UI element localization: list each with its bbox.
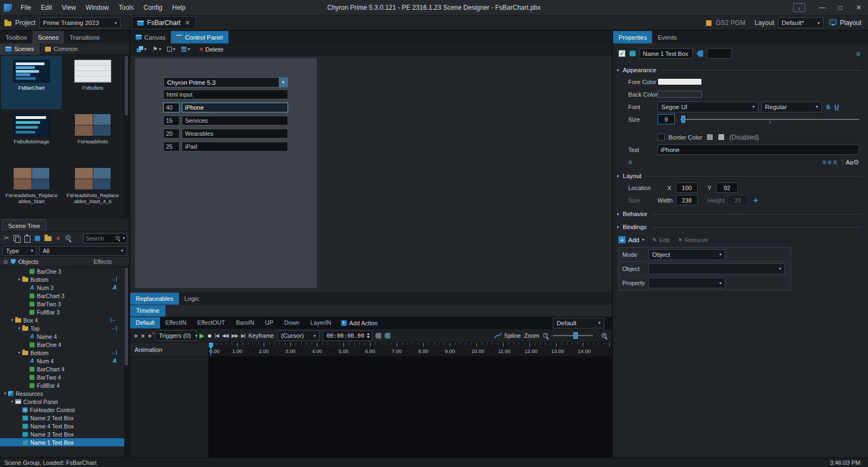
time-input[interactable]: 00:00:00.00	[323, 331, 372, 341]
tree-item-name-1-text-box[interactable]: Name 1 Text Box	[0, 438, 124, 446]
delete-keyframe-icon[interactable]: ◆	[148, 333, 152, 338]
minimize-button[interactable]: —	[813, 0, 831, 15]
expand-size-icon[interactable]: +	[754, 197, 758, 204]
document-tab[interactable]: FsBarChart ✕	[132, 16, 195, 29]
tree-item-bartwo-4[interactable]: BarTwo 4	[0, 373, 124, 381]
anim-tab-barsin[interactable]: BarsIN	[231, 317, 260, 329]
tree-item-barone-3[interactable]: BarOne 3	[0, 267, 124, 275]
play-button[interactable]: ▶	[200, 332, 205, 339]
width-input[interactable]	[676, 195, 698, 205]
chevron-down-icon[interactable]: ▾	[123, 236, 125, 241]
triggers-select[interactable]: Triggers (0) ▾	[155, 330, 196, 341]
time-spinner[interactable]	[367, 333, 370, 338]
collapse-icon[interactable]: ▾	[2, 391, 8, 396]
paste-icon[interactable]	[23, 234, 31, 243]
binding-property-select[interactable]: ▾	[648, 277, 725, 288]
collapse-icon[interactable]: ▾	[9, 399, 15, 404]
section-bindings[interactable]: ▾ Bindings	[613, 222, 868, 232]
height-input[interactable]	[727, 195, 749, 205]
align-right-icon[interactable]: ≡	[833, 159, 837, 166]
row-text-input[interactable]	[182, 142, 288, 152]
fx-icon[interactable]: A	[113, 358, 117, 364]
row-text-input[interactable]	[182, 129, 288, 138]
fx-icon[interactable]: A	[113, 285, 117, 291]
download-icon[interactable]: ↓	[793, 3, 805, 12]
text-settings-icon[interactable]: ⚙	[853, 159, 859, 166]
menu-help[interactable]: Help	[167, 0, 190, 15]
tree-item-name-2-text-box[interactable]: Name 2 Text Box	[0, 414, 124, 422]
tab-transitions[interactable]: Transitions	[64, 31, 105, 43]
tree-item-resources[interactable]: ▾Resources	[0, 389, 124, 397]
tag-icon[interactable]	[385, 333, 391, 339]
font-size-input[interactable]	[658, 114, 675, 124]
prev-keyframe-icon[interactable]: ◆	[134, 333, 138, 338]
project-select[interactable]: Prime Training 2023 ▾	[39, 17, 120, 28]
jump-icon[interactable]: →	[111, 350, 117, 355]
menu-config[interactable]: Config	[139, 0, 168, 15]
tree-item-top[interactable]: ▾Top→	[0, 324, 124, 332]
tab-toolbox[interactable]: Toolbox	[0, 31, 33, 43]
tree-item-name-4[interactable]: AName 4	[0, 332, 124, 340]
insert-control-button[interactable]: ▾	[135, 46, 149, 52]
y-input[interactable]	[716, 182, 738, 193]
tab-timeline[interactable]: Timeline	[130, 305, 165, 317]
zoom-out-icon[interactable]	[64, 234, 73, 243]
section-appearance[interactable]: ▾ Appearance	[613, 65, 868, 75]
step-forward-button[interactable]: ▶▶	[232, 333, 238, 338]
tree-item-num-4[interactable]: ANum 4A	[0, 357, 124, 365]
close-button[interactable]: ✕	[850, 0, 868, 15]
delete-object-icon[interactable]: ×	[54, 234, 62, 243]
chevron-down-icon[interactable]: ▾	[279, 78, 288, 87]
scene-item-fsheadshots-replaceables-start-4-6[interactable]: FsHeadshots_Replaceables_Start_4_6	[62, 163, 123, 217]
anim-tab-down[interactable]: Down	[279, 317, 305, 329]
remove-binding-button[interactable]: ✕ Remove	[678, 237, 708, 243]
font-size-slider[interactable]	[680, 114, 859, 125]
anim-tab-up[interactable]: UP	[260, 317, 279, 329]
tab-events[interactable]: Events	[652, 31, 682, 43]
container-button[interactable]: ▾	[165, 47, 177, 52]
tree-item-barone-4[interactable]: BarOne 4	[0, 340, 124, 349]
menu-view[interactable]: View	[57, 0, 81, 15]
tree-item-name-3-text-box[interactable]: Name 3 Text Box	[0, 430, 124, 438]
tree-item-bottom[interactable]: ▾Bottom→	[0, 349, 124, 357]
timeline-track[interactable]	[209, 357, 612, 457]
spline-button[interactable]: Spline	[494, 332, 521, 339]
scene-item-fsbarchart[interactable]: FsBarChart	[1, 56, 62, 109]
border-color-swatch-2[interactable]	[718, 134, 725, 141]
font-style-select[interactable]: Regular ▾	[761, 102, 822, 112]
tree-item-fullbar-3[interactable]: FullBar 3	[0, 308, 124, 316]
tree-item-bartwo-3[interactable]: BarTwo 3	[0, 300, 124, 308]
anim-tab-effectout[interactable]: EffectOUT	[192, 317, 231, 329]
tree-item-fsheader-control[interactable]: FsHeader Control	[0, 406, 124, 414]
tab-control-panel[interactable]: Control Panel	[171, 31, 228, 43]
app-logo-icon[interactable]	[4, 4, 12, 12]
enabled-checkbox[interactable]: ✓	[618, 50, 626, 57]
filter-select[interactable]: All ▾	[39, 246, 127, 256]
row-number-input[interactable]	[163, 129, 180, 138]
underline-icon[interactable]: U	[834, 104, 839, 110]
tab-properties[interactable]: Properties	[613, 31, 652, 43]
collapse-icon[interactable]: ▾	[16, 277, 22, 282]
tab-canvas[interactable]: Canvas	[130, 31, 171, 43]
scene-item-fsbullets[interactable]: FsBullets	[62, 56, 123, 109]
border-color-swatch-1[interactable]	[706, 134, 713, 141]
panel-menu-icon[interactable]: ≡	[856, 50, 860, 58]
anim-tab-effectin[interactable]: EffectIN	[160, 317, 192, 329]
tree-item-barchart-4[interactable]: BarChart 4	[0, 365, 124, 373]
font-family-select[interactable]: Segoe UI ▾	[658, 102, 758, 112]
animation-preset-select[interactable]: Default ▾	[553, 318, 604, 329]
scene-item-fsbulletsimage[interactable]: FsBulletsImage	[1, 110, 62, 163]
delete-button[interactable]: × Delete	[199, 46, 224, 53]
copy-icon[interactable]	[12, 234, 21, 243]
jumpl-icon[interactable]: ←	[111, 318, 117, 323]
sort-button[interactable]: ▾	[179, 47, 192, 52]
form-dropdown[interactable]: Chyron Prime 5.3 ▾	[163, 77, 288, 87]
tree-item-num-3[interactable]: ANum 3A	[0, 283, 124, 292]
add-group-icon[interactable]	[33, 234, 42, 243]
jump-icon[interactable]: →	[111, 277, 117, 282]
text-value-input[interactable]	[658, 144, 859, 155]
border-color-checkbox[interactable]	[658, 134, 665, 141]
back-color-swatch[interactable]	[658, 91, 702, 98]
align-center-icon[interactable]: ≡	[828, 159, 832, 166]
cursor-select[interactable]: (Cursor) ▾	[277, 330, 320, 341]
